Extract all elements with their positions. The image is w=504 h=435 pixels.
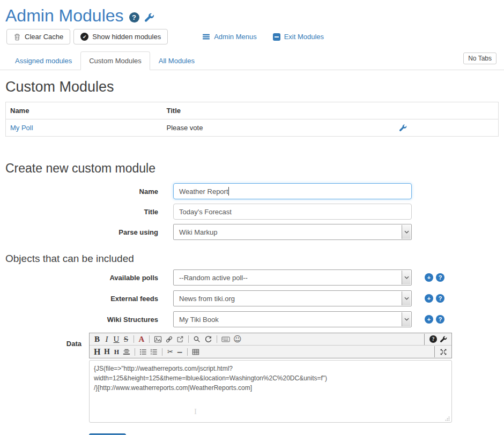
toolbar-right-row1: ? <box>421 334 449 345</box>
parse-using-select[interactable]: Wiki Markup <box>173 224 412 240</box>
separator <box>162 348 162 356</box>
tab-all-modules[interactable]: All Modules <box>150 51 203 70</box>
find-icon[interactable] <box>192 334 202 344</box>
wrench-icon[interactable] <box>145 13 154 22</box>
column-header-name: Name <box>6 102 162 119</box>
show-hidden-modules-button[interactable]: ✔ Show hidden modules <box>73 29 168 44</box>
chevron-down-icon <box>402 271 411 284</box>
add-feed-icon[interactable]: + <box>425 294 433 303</box>
separator <box>135 348 135 356</box>
external-feeds-row: External feeds News from tiki.org + ? <box>0 290 504 306</box>
menu-icon <box>202 33 210 41</box>
available-polls-select[interactable]: --Random active poll-- <box>173 269 412 286</box>
heading1-icon[interactable]: H <box>93 347 101 357</box>
page-break-icon[interactable]: ✂ <box>166 347 174 357</box>
module-title-cell: Please vote <box>162 119 392 137</box>
wrench-icon[interactable] <box>399 124 494 132</box>
tab-bar: Assigned modules Custom Modules All Modu… <box>0 51 504 70</box>
name-label: Name <box>0 188 158 196</box>
column-header-actions <box>392 102 499 119</box>
align-center-icon[interactable] <box>122 347 131 357</box>
text-caret <box>228 187 229 196</box>
header-actions: Clear Cache ✔ Show hidden modules Admin … <box>6 29 504 44</box>
add-poll-icon[interactable]: + <box>425 273 433 282</box>
separator <box>134 335 134 343</box>
parse-using-label: Parse using <box>0 228 158 236</box>
fullscreen-icon[interactable] <box>439 347 448 357</box>
trash-icon <box>13 33 21 41</box>
admin-menus-link[interactable]: Admin Menus <box>202 33 256 41</box>
data-row: Data B I U S A <box>0 333 504 425</box>
image-icon[interactable] <box>153 334 163 344</box>
bold-icon[interactable]: B <box>93 334 101 344</box>
resize-handle[interactable] <box>445 416 450 421</box>
external-link-icon[interactable] <box>175 334 185 344</box>
data-label: Data <box>0 333 81 348</box>
data-textarea[interactable]: {JS(file=>"http://weatherreports.com/jsc… <box>89 360 452 423</box>
create-module-heading: Create new custom module <box>5 161 504 176</box>
name-input[interactable] <box>173 183 412 199</box>
name-row: Name <box>0 183 504 199</box>
separator <box>424 334 425 345</box>
editor-toolbar: B I U S A <box>89 333 452 358</box>
module-name-link[interactable]: My Poll <box>10 124 33 132</box>
custom-modules-heading: Custom Modules <box>5 79 504 95</box>
tab-assigned-modules[interactable]: Assigned modules <box>6 51 80 70</box>
admin-modules-page: Admin Modules ? Clear Cache ✔ Show hidde… <box>0 5 504 435</box>
external-feeds-select[interactable]: News from tiki.org <box>173 290 412 306</box>
smiley-icon[interactable]: ☺ <box>232 334 243 344</box>
tab-custom-modules[interactable]: Custom Modules <box>80 51 150 70</box>
italic-icon[interactable]: I <box>102 334 111 344</box>
chevron-down-icon <box>402 312 411 326</box>
chevron-down-icon <box>402 291 411 305</box>
title-label: Title <box>0 208 158 216</box>
page-header: Admin Modules ? <box>5 5 504 26</box>
title-input[interactable] <box>173 204 412 220</box>
heading3-icon[interactable]: H <box>112 347 121 357</box>
ordered-list-icon[interactable] <box>149 347 159 357</box>
wiki-structures-select[interactable]: My Tiki Book <box>173 311 412 327</box>
chevron-down-icon <box>402 225 411 239</box>
custom-modules-table: Name Title My Poll Please vote <box>5 102 499 137</box>
objects-heading: Objects that can be included <box>5 253 504 265</box>
data-editor: B I U S A <box>89 333 452 425</box>
page-title: Admin Modules <box>5 5 124 26</box>
horizontal-rule-icon[interactable]: − <box>175 347 184 357</box>
editor-wrench-icon[interactable] <box>439 334 448 344</box>
table-row: My Poll Please vote <box>6 119 499 137</box>
unordered-list-icon[interactable] <box>138 347 148 357</box>
editor-toolbar-row1: B I U S A <box>90 333 451 346</box>
help-icon[interactable]: ? <box>129 12 139 22</box>
add-structure-icon[interactable]: + <box>425 315 433 324</box>
help-icon[interactable]: ? <box>436 273 444 282</box>
available-polls-label: Available polls <box>0 274 158 282</box>
wiki-structures-label: Wiki Structures <box>0 316 158 324</box>
heading2-icon[interactable]: H <box>102 347 111 357</box>
available-polls-row: Available polls --Random active poll-- +… <box>0 269 504 286</box>
toolbar-right-row2 <box>431 346 449 357</box>
separator <box>187 348 188 356</box>
column-header-title: Title <box>162 102 392 119</box>
help-icon[interactable]: ? <box>436 315 444 324</box>
underline-icon[interactable]: U <box>112 334 121 344</box>
external-feeds-label: External feeds <box>0 295 158 303</box>
separator <box>149 335 150 343</box>
wiki-structures-row: Wiki Structures My Tiki Book + ? <box>0 311 504 327</box>
editor-help-icon[interactable]: ? <box>428 334 438 344</box>
strikethrough-icon[interactable]: S <box>122 334 130 344</box>
data-textarea-wrap: {JS(file=>"http://weatherreports.com/jsc… <box>89 360 452 425</box>
separator <box>434 346 435 357</box>
replace-icon[interactable] <box>203 334 213 344</box>
no-tabs-button[interactable]: No Tabs <box>463 52 496 64</box>
font-color-icon[interactable]: A <box>137 334 146 344</box>
keyboard-icon[interactable] <box>220 334 231 344</box>
title-row: Title <box>0 204 504 220</box>
exit-icon <box>273 33 280 41</box>
clear-cache-button[interactable]: Clear Cache <box>6 29 70 44</box>
help-icon[interactable]: ? <box>436 294 444 303</box>
link-icon[interactable] <box>164 334 174 344</box>
exit-modules-link[interactable]: Exit Modules <box>273 33 324 41</box>
table-icon[interactable] <box>191 347 201 357</box>
editor-toolbar-row2: H H H ✂ − <box>90 346 451 358</box>
check-circle-icon: ✔ <box>80 33 88 41</box>
